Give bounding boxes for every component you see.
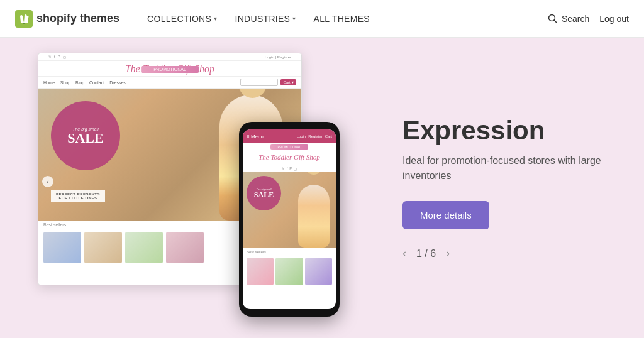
header: shopify themes COLLECTIONS ▾ INDUSTRIES … xyxy=(0,0,644,38)
prev-page-button[interactable]: ‹ xyxy=(402,247,406,260)
phone-sale-circle: The big small SALE xyxy=(247,176,281,210)
prev-slide-arrow[interactable]: ‹ xyxy=(42,176,53,187)
product-thumb-3 xyxy=(125,232,163,263)
phone-pinterest-icon: P xyxy=(289,166,292,171)
phone-product-thumb-1 xyxy=(247,258,274,285)
shopify-logo-icon xyxy=(15,10,33,28)
more-details-button[interactable]: More details xyxy=(402,201,489,229)
pagination: ‹ 1 / 6 › xyxy=(402,247,619,260)
page-indicator: 1 / 6 xyxy=(416,248,436,259)
theme-description: Ideal for promotion-focused stores with … xyxy=(402,153,619,183)
theme-mockup-area: 𝕏 f P ◻ Login | Register PROMOTIONAL The… xyxy=(38,53,365,323)
instagram-icon: ◻ xyxy=(63,55,66,59)
desktop-nav-links: Home Shop Blog Contact Dresses xyxy=(43,80,126,85)
logout-button[interactable]: Log out xyxy=(599,14,629,24)
sale-circle: The big small SALE xyxy=(51,101,120,170)
header-right: Search Log out xyxy=(548,14,629,24)
phone-promo-banner: PROMOTIONAL xyxy=(270,144,309,150)
phone-instagram-icon: ◻ xyxy=(294,166,297,171)
svg-rect-0 xyxy=(15,10,33,28)
promo-banner: PROMOTIONAL xyxy=(141,66,199,73)
login-link: Login | Register xyxy=(260,55,296,59)
desktop-cart-button[interactable]: Cart ♥ xyxy=(280,79,296,85)
phone-topbar: ≡ Menu Login Register Cart xyxy=(243,129,336,143)
search-button[interactable]: Search xyxy=(548,14,589,24)
sale-big-text: SALE xyxy=(67,131,103,145)
main-content: 𝕏 f P ◻ Login | Register PROMOTIONAL The… xyxy=(0,38,644,338)
phone-social-icons: 𝕏 f P ◻ xyxy=(243,165,336,172)
twitter-icon: 𝕏 xyxy=(48,55,52,59)
phone-facebook-icon: f xyxy=(287,166,288,171)
phone-girl-head xyxy=(306,172,322,175)
nav-collections[interactable]: COLLECTIONS ▾ xyxy=(140,9,225,29)
logo[interactable]: shopify themes xyxy=(15,10,119,28)
product-thumb-4 xyxy=(166,232,204,263)
desktop-search-area: Cart ♥ xyxy=(240,79,296,86)
phone-hero-image: The big small SALE xyxy=(243,172,336,248)
logo-text: shopify themes xyxy=(36,12,119,25)
sale-tagline: PERFECT PRESENTSFOR LITTLE ONES xyxy=(51,190,105,202)
svg-point-1 xyxy=(23,23,25,24)
phone-best-sellers-label: Best sellers xyxy=(243,248,336,256)
nav-all-themes[interactable]: ALL THEMES xyxy=(306,9,377,29)
phone-product-thumb-3 xyxy=(305,258,332,285)
chevron-down-icon: ▾ xyxy=(214,15,217,22)
next-page-button[interactable]: › xyxy=(446,247,450,260)
desktop-social-icons: 𝕏 f P ◻ xyxy=(43,55,71,59)
phone-menu-icon: ≡ Menu xyxy=(247,134,264,139)
facebook-icon: f xyxy=(54,55,55,59)
svg-line-3 xyxy=(554,20,557,23)
desktop-nav: Home Shop Blog Contact Dresses Cart ♥ xyxy=(38,77,301,89)
theme-name: Expression xyxy=(402,116,619,146)
phone-top-actions: Login Register Cart xyxy=(297,134,332,138)
info-panel: Expression Ideal for promotion-focused s… xyxy=(365,116,619,260)
phone-product-thumb-2 xyxy=(275,258,303,285)
nav-industries[interactable]: INDUSTRIES ▾ xyxy=(227,9,303,29)
search-icon xyxy=(548,14,558,24)
phone-twitter-icon: 𝕏 xyxy=(282,166,285,171)
main-nav: COLLECTIONS ▾ INDUSTRIES ▾ ALL THEMES xyxy=(140,9,548,29)
phone-product-row xyxy=(243,256,336,287)
phone-screen: ≡ Menu Login Register Cart PROMOTIONAL T… xyxy=(243,129,336,309)
phone-sale-big-text: SALE xyxy=(254,191,274,199)
phone-girl-figure xyxy=(298,185,330,248)
pinterest-icon: P xyxy=(58,55,60,59)
desktop-search-input[interactable] xyxy=(240,79,278,86)
phone-mockup: ≡ Menu Login Register Cart PROMOTIONAL T… xyxy=(239,122,340,317)
product-thumb-1 xyxy=(43,232,81,263)
chevron-down-icon: ▾ xyxy=(292,15,296,22)
phone-store-title: The Toddler Gift Shop xyxy=(243,151,336,163)
product-thumb-2 xyxy=(84,232,122,263)
